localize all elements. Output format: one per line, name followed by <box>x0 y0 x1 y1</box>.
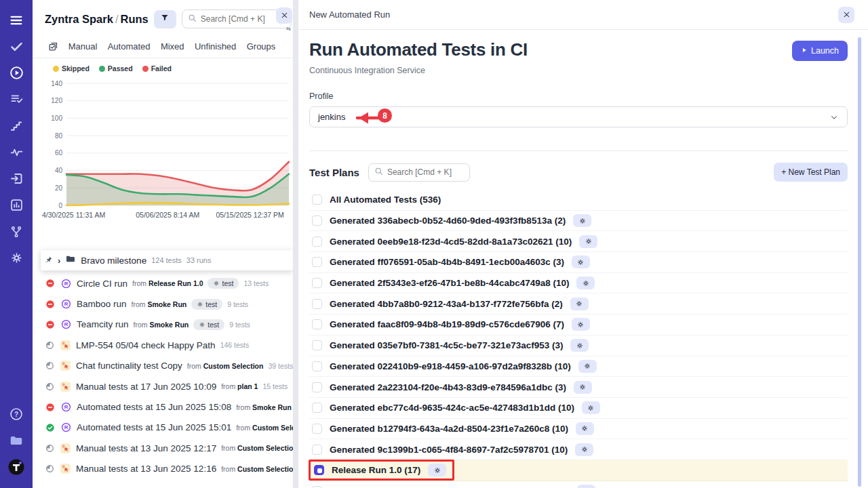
test-plan-row[interactable]: All Automated Tests (536) <box>309 190 848 211</box>
runs-search-input[interactable] <box>201 14 285 24</box>
test-plan-row[interactable]: Generated 336abecb-0b52-4d60-9ded-493f3f… <box>309 211 848 232</box>
run-source[interactable]: plan 1 <box>237 382 258 390</box>
plan-checkbox[interactable] <box>312 237 322 247</box>
plan-settings-button[interactable] <box>572 318 590 331</box>
tab-mixed[interactable]: Mixed <box>159 39 186 54</box>
tab-manual[interactable]: Manual <box>67 39 99 54</box>
test-plan-row[interactable]: Generated b12794f3-643a-4a2d-8504-23f1e7… <box>309 419 848 440</box>
plan-label[interactable]: Generated b12794f3-643a-4a2d-8504-23f1e7… <box>330 424 568 434</box>
plan-checkbox[interactable] <box>312 278 322 288</box>
test-plan-row[interactable]: Generated 0eeb9e18-f23d-4cd5-82dd-8a1a73… <box>309 231 848 252</box>
run-row[interactable]: RTeamcity runfrom Smoke Runtest9 tests <box>33 314 293 335</box>
runs-panel-close-button[interactable] <box>276 7 292 24</box>
plan-checkbox[interactable] <box>312 340 322 350</box>
logo-icon[interactable] <box>0 453 33 480</box>
breadcrumb[interactable]: Zyntra Spark/Runs <box>45 13 149 26</box>
plan-label[interactable]: Generated 336abecb-0b52-4d60-9ded-493f3f… <box>330 216 566 226</box>
plan-settings-button[interactable] <box>577 485 595 488</box>
chevron-right-icon[interactable]: › <box>58 256 60 266</box>
settings-gear-icon[interactable] <box>0 245 33 271</box>
tab-automated[interactable]: Automated <box>106 39 152 54</box>
plan-label[interactable]: Generated faac8f09-94b8-4b19-89d9-c576cd… <box>330 319 564 329</box>
test-plan-row[interactable]: Generated 2a223104-f20e-4b43-83d9-e78459… <box>309 377 848 398</box>
launch-button[interactable]: Launch <box>792 41 848 61</box>
scrollbar-thumb[interactable] <box>858 37 861 487</box>
plan-settings-button[interactable] <box>578 360 597 373</box>
test-plan-row[interactable]: Generated faac8f09-94b8-4b19-89d9-c576cd… <box>309 314 848 336</box>
plan-label[interactable]: Generated 4bb7a8b0-9212-43a4-b137-f772fe… <box>330 299 563 309</box>
analytics-pulse-icon[interactable] <box>0 139 33 165</box>
plan-settings-button[interactable] <box>576 277 595 289</box>
plan-label[interactable]: Generated 0eeb9e18-f23d-4cd5-82dd-8a1a73… <box>330 237 572 247</box>
drawer-close-button[interactable] <box>838 7 854 23</box>
run-row[interactable]: RAutomated tests at 15 Jun 2025 15:01fro… <box>33 418 293 438</box>
test-plan-row[interactable]: Generated 022410b9-e918-4459-a106-97d2a9… <box>309 357 848 378</box>
plan-settings-button[interactable] <box>576 422 594 435</box>
plan-checkbox[interactable] <box>312 382 322 392</box>
steps-icon[interactable] <box>0 113 33 139</box>
plan-checkbox[interactable] <box>312 195 322 205</box>
test-plan-row[interactable]: Generated 9c1399b1-c065-4f84-8697-7af2c5… <box>309 439 848 460</box>
run-title[interactable]: Automated tests at 15 Jun 2025 15:08 <box>77 402 231 412</box>
import-icon[interactable] <box>0 165 33 192</box>
tab-unfinished[interactable]: Unfinished <box>193 39 237 54</box>
run-source[interactable]: Smoke Run <box>252 403 292 411</box>
plan-checkbox[interactable] <box>312 361 322 371</box>
run-source[interactable]: Custom Selection <box>237 465 293 473</box>
plan-label[interactable]: Release Run 1.0 (17) <box>332 465 420 475</box>
run-title[interactable]: Manual tests at 17 Jun 2025 10:09 <box>76 382 216 392</box>
plan-checkbox[interactable] <box>312 299 322 309</box>
plan-label[interactable]: Generated 035e7bf0-7381-4c5c-be77-321e73… <box>330 340 563 350</box>
plan-checkbox[interactable] <box>312 445 322 455</box>
plan-settings-button[interactable] <box>573 214 591 227</box>
projects-folder-icon[interactable] <box>0 427 33 453</box>
run-row[interactable]: Manual tests at 13 Jun 2025 12:17from Cu… <box>33 438 293 458</box>
tab-groups[interactable]: Groups <box>245 39 277 54</box>
plan-label[interactable]: Generated ff076591-05ab-4b4b-8491-1ecb00… <box>330 257 564 267</box>
run-source[interactable]: Custom Selection <box>237 444 293 452</box>
plan-label[interactable]: All Automated Tests (536) <box>330 195 441 205</box>
run-title[interactable]: Chat functinality test Copy <box>76 361 182 371</box>
run-title[interactable]: LMP-554 05/04 check Happy Path <box>76 340 216 350</box>
run-title[interactable]: Teamcity run <box>77 319 129 329</box>
run-row[interactable]: RBamboo runfrom Smoke Runtest9 tests <box>33 293 293 314</box>
plan-checkbox[interactable] <box>314 465 324 475</box>
plan-settings-button[interactable] <box>579 235 597 248</box>
run-source[interactable]: Smoke Run <box>147 300 186 308</box>
profile-select[interactable]: jenkins 8 <box>309 106 848 127</box>
run-title[interactable]: Circle CI run <box>77 279 127 289</box>
milestone-name[interactable]: Bravo milestone <box>81 256 146 266</box>
run-title[interactable]: Manual tests at 13 Jun 2025 12:17 <box>76 443 216 453</box>
test-plan-row[interactable]: Generated e891c41f-8039-4e64-aa24-e0d56e… <box>309 481 848 488</box>
plan-settings-button[interactable] <box>574 381 592 394</box>
plans-search-input[interactable] <box>387 167 464 177</box>
test-plan-row[interactable]: Generated 035e7bf0-7381-4c5c-be77-321e73… <box>309 336 848 357</box>
milestone-row[interactable]: › Bravo milestone 124 tests 33 runs <box>41 250 293 270</box>
plan-label[interactable]: Generated 2f5343e3-ef26-47b1-be8b-44cabc… <box>330 278 569 288</box>
run-source[interactable]: Custom Selection <box>203 362 264 370</box>
run-row[interactable]: LMP-554 05/04 check Happy Path146 tests <box>33 335 293 355</box>
run-row[interactable]: RCircle CI runfrom Release Run 1.0test13… <box>33 273 293 293</box>
new-test-plan-button[interactable]: + New Test Plan <box>774 163 848 182</box>
plan-settings-button[interactable] <box>582 401 600 414</box>
run-row[interactable]: RAutomated tests at 15 Jun 2025 15:08fro… <box>33 396 293 417</box>
run-row[interactable]: Manual tests at 13 Jun 2025 12:16from Cu… <box>33 459 293 479</box>
menu-icon[interactable] <box>0 7 33 33</box>
plan-settings-button[interactable] <box>572 256 590 268</box>
runs-play-icon[interactable] <box>0 60 33 86</box>
plan-label[interactable]: Generated 9c1399b1-c065-4f84-8697-7af2c5… <box>330 445 568 455</box>
filter-button[interactable] <box>154 10 176 28</box>
run-title[interactable]: Automated tests at 15 Jun 2025 15:01 <box>77 422 231 432</box>
tasks-check-icon[interactable] <box>0 33 33 60</box>
plan-checkbox[interactable] <box>312 424 322 434</box>
run-row[interactable]: Manual tests at 17 Jun 2025 10:09from pl… <box>33 376 293 396</box>
branches-icon[interactable] <box>0 218 33 245</box>
plan-checkbox[interactable] <box>312 216 322 226</box>
plan-checkbox[interactable] <box>312 403 322 413</box>
run-title[interactable]: Bamboo run <box>77 299 127 309</box>
test-plan-row[interactable]: Generated ebc77c4d-9635-424c-ac5e-427483… <box>309 398 848 419</box>
plan-settings-button[interactable] <box>428 464 446 476</box>
runs-search[interactable] <box>182 9 292 28</box>
plan-label[interactable]: Generated ebc77c4d-9635-424c-ac5e-427483… <box>330 403 574 413</box>
help-icon[interactable]: ? <box>0 401 33 427</box>
